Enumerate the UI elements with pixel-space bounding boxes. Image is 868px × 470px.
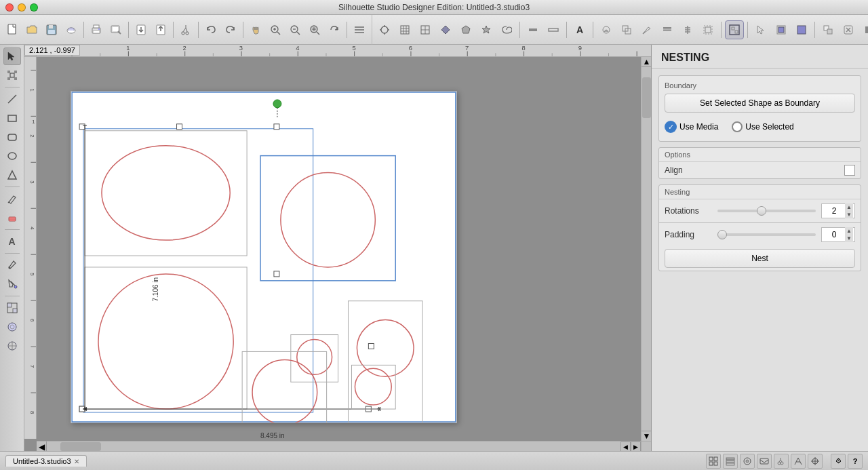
canvas-work[interactable]: ◀ bbox=[37, 57, 641, 441]
settings-button[interactable] bbox=[350, 20, 369, 39]
zoom-in-button[interactable] bbox=[266, 20, 285, 39]
panels2-tool[interactable] bbox=[3, 318, 21, 336]
scroll-thumb-v[interactable] bbox=[642, 77, 651, 118]
scroll-vertical[interactable]: ▲ ▼ bbox=[641, 57, 651, 441]
format-color2-button[interactable] bbox=[792, 20, 811, 39]
paint-bucket-tool[interactable] bbox=[3, 275, 21, 293]
nav-right-button[interactable]: ▶ bbox=[631, 442, 641, 451]
use-media-option[interactable]: ✓ Use Media bbox=[665, 121, 718, 133]
import-button[interactable] bbox=[132, 20, 151, 39]
format-grid2-button[interactable] bbox=[416, 20, 435, 39]
rect-tool[interactable] bbox=[3, 109, 21, 127]
format-stroke1-button[interactable] bbox=[524, 20, 542, 39]
format-weld-button[interactable] bbox=[658, 20, 677, 39]
scroll-left-button[interactable]: ◀ bbox=[37, 442, 47, 451]
padding-down[interactable]: ▼ bbox=[845, 235, 853, 242]
format-pause-button[interactable] bbox=[859, 20, 868, 39]
layers-button[interactable] bbox=[723, 454, 738, 469]
format-nesting-button[interactable] bbox=[725, 20, 744, 39]
tool-sep-1 bbox=[5, 87, 20, 87]
minimize-button[interactable] bbox=[18, 3, 26, 12]
padding-value[interactable] bbox=[823, 230, 845, 239]
hand-button[interactable] bbox=[246, 20, 265, 39]
format-trace-button[interactable] bbox=[597, 20, 616, 39]
panels3-tool[interactable] bbox=[3, 337, 21, 355]
format-text-button[interactable]: A bbox=[570, 20, 589, 39]
format-spiral-button[interactable] bbox=[497, 20, 516, 39]
rotations-value[interactable] bbox=[823, 206, 845, 216]
undo-button[interactable] bbox=[201, 20, 220, 39]
padding-thumb[interactable] bbox=[717, 230, 727, 239]
format-replicate-button[interactable] bbox=[617, 20, 636, 39]
format-offset-button[interactable] bbox=[698, 20, 717, 39]
format-knife-button[interactable] bbox=[637, 20, 656, 39]
format-pentagon-button[interactable] bbox=[456, 20, 475, 39]
cut-settings-button[interactable] bbox=[774, 454, 789, 469]
padding-up[interactable]: ▲ bbox=[845, 227, 853, 235]
format-stroke2-button[interactable] bbox=[544, 20, 563, 39]
registration-button[interactable] bbox=[808, 454, 823, 469]
eraser-tool[interactable] bbox=[3, 209, 21, 227]
redo-button[interactable] bbox=[221, 20, 240, 39]
select-tool[interactable] bbox=[3, 47, 21, 65]
nest-button[interactable]: Nest bbox=[665, 249, 855, 268]
panels1-tool[interactable] bbox=[3, 299, 21, 317]
format-diamond-button[interactable] bbox=[436, 20, 455, 39]
media-button[interactable] bbox=[757, 454, 772, 469]
open-button[interactable] bbox=[22, 20, 41, 39]
cut-button[interactable] bbox=[176, 20, 195, 39]
export-button[interactable] bbox=[151, 20, 170, 39]
rotations-input[interactable]: ▲ ▼ bbox=[821, 203, 855, 218]
grid-view-button[interactable] bbox=[706, 454, 721, 469]
ellipse-tool[interactable] bbox=[3, 147, 21, 165]
library-button[interactable] bbox=[740, 454, 755, 469]
save-button[interactable] bbox=[42, 20, 61, 39]
rotations-slider[interactable] bbox=[717, 210, 816, 212]
align-checkbox[interactable] bbox=[844, 165, 855, 176]
format-align-button[interactable] bbox=[678, 20, 697, 39]
print-preview-button[interactable] bbox=[106, 20, 125, 39]
zoom-out-button[interactable] bbox=[285, 20, 304, 39]
format-select-button[interactable] bbox=[375, 20, 394, 39]
node-tool[interactable] bbox=[3, 66, 21, 84]
padding-slider[interactable] bbox=[717, 233, 816, 236]
rotations-thumb[interactable] bbox=[757, 206, 766, 216]
pencil-tool[interactable] bbox=[3, 190, 21, 208]
design-page[interactable] bbox=[71, 91, 457, 423]
rotations-up[interactable]: ▲ bbox=[845, 203, 853, 211]
document-tab[interactable]: Untitled-3.studio3 ✕ bbox=[5, 455, 87, 467]
eyedropper-tool[interactable] bbox=[3, 256, 21, 274]
scroll-up-button[interactable]: ▲ bbox=[642, 57, 651, 67]
rounded-rect-tool[interactable] bbox=[3, 128, 21, 146]
send-button[interactable] bbox=[791, 454, 806, 469]
canvas-area[interactable]: 2.121 , -0.997 0 1 2 3 4 bbox=[24, 45, 651, 451]
format-color1-button[interactable] bbox=[772, 20, 791, 39]
tab-close-button[interactable]: ✕ bbox=[74, 458, 79, 465]
line-tool[interactable] bbox=[3, 90, 21, 108]
maximize-button[interactable] bbox=[30, 3, 38, 12]
format-grid1-button[interactable] bbox=[395, 20, 414, 39]
format-swap-button[interactable] bbox=[818, 20, 837, 39]
zoom-fit-button[interactable] bbox=[305, 20, 324, 39]
padding-input[interactable]: ▲ ▼ bbox=[821, 227, 855, 242]
scroll-thumb-h[interactable] bbox=[60, 442, 101, 451]
print-button[interactable] bbox=[87, 20, 106, 39]
scroll-down-button[interactable]: ▼ bbox=[642, 431, 651, 441]
rotations-down[interactable]: ▼ bbox=[845, 211, 853, 218]
new-button[interactable] bbox=[3, 20, 22, 39]
format-cut-btn[interactable] bbox=[839, 20, 858, 39]
close-button[interactable] bbox=[5, 3, 14, 12]
use-selected-option[interactable]: Use Selected bbox=[732, 121, 793, 132]
text-tool[interactable]: A bbox=[3, 233, 21, 250]
format-star-button[interactable] bbox=[477, 20, 496, 39]
triangle-tool[interactable] bbox=[3, 166, 21, 184]
help-button[interactable]: ? bbox=[848, 454, 863, 469]
rotate-view-button[interactable] bbox=[325, 20, 344, 39]
save-cloud-button[interactable] bbox=[62, 20, 81, 39]
nav-left-button[interactable]: ◀ bbox=[620, 442, 631, 451]
settings-icon-button[interactable]: ⚙ bbox=[831, 454, 846, 469]
scroll-horizontal[interactable]: ◀ ◀ ▶ bbox=[37, 441, 641, 451]
svg-rect-79 bbox=[7, 71, 10, 73]
set-boundary-button[interactable]: Set Selected Shape as Boundary bbox=[665, 94, 855, 113]
format-pointer2-button[interactable] bbox=[751, 20, 770, 39]
